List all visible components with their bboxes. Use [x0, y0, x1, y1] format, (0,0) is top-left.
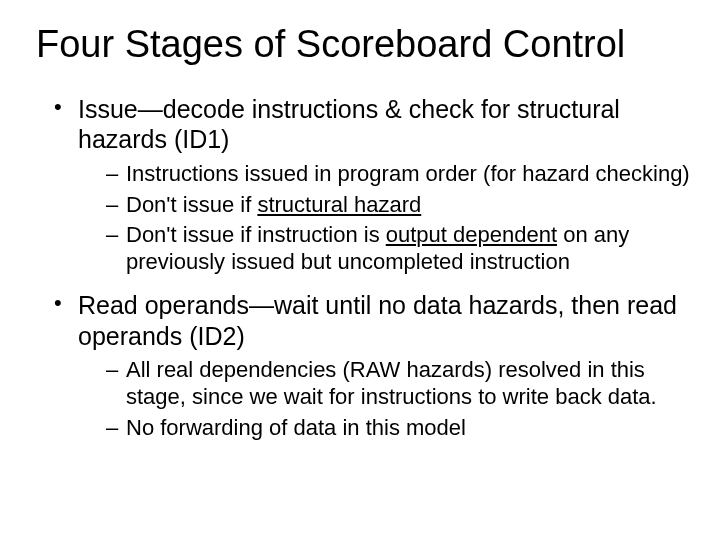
- text: Instructions issued in program order (fo…: [126, 161, 690, 186]
- underlined-text: output dependent: [386, 222, 557, 247]
- text: Don't issue if: [126, 192, 257, 217]
- list-item: Instructions issued in program order (fo…: [106, 161, 692, 188]
- stage-name: Issue: [78, 95, 138, 123]
- sub-list: Instructions issued in program order (fo…: [106, 161, 692, 276]
- list-item: All real dependencies (RAW hazards) reso…: [106, 357, 692, 411]
- underlined-text: structural hazard: [257, 192, 421, 217]
- page-title: Four Stages of Scoreboard Control: [36, 24, 684, 66]
- list-item: Don't issue if instruction is output dep…: [106, 222, 692, 276]
- text: No forwarding of data in this model: [126, 415, 466, 440]
- list-item: Don't issue if structural hazard: [106, 192, 692, 219]
- stage-desc: —decode instructions & check for structu…: [78, 95, 620, 154]
- sub-list: All real dependencies (RAW hazards) reso…: [106, 357, 692, 441]
- text: All real dependencies (RAW hazards) reso…: [126, 357, 657, 409]
- text: Don't issue if instruction is: [126, 222, 386, 247]
- stage-name: Read operands: [78, 291, 249, 319]
- list-item: Issue—decode instructions & check for st…: [54, 94, 692, 276]
- bullet-list: Issue—decode instructions & check for st…: [54, 94, 692, 442]
- slide: Four Stages of Scoreboard Control Issue—…: [0, 0, 720, 540]
- list-item: Read operands—wait until no data hazards…: [54, 290, 692, 441]
- list-item: No forwarding of data in this model: [106, 415, 692, 442]
